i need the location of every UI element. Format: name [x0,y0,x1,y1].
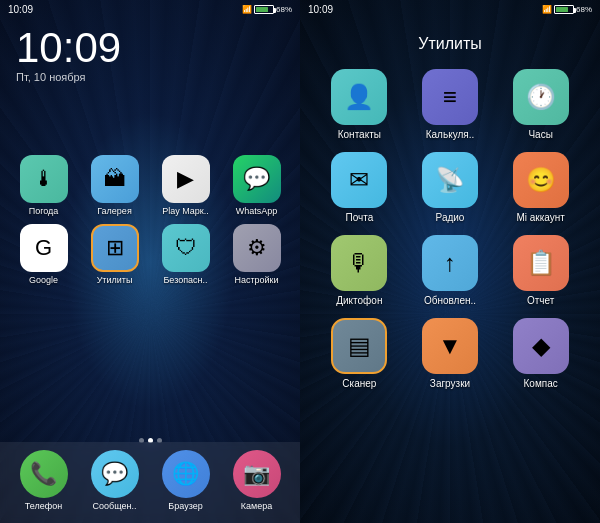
app-icon-settings: ⚙ [233,224,281,272]
folder-label-report: Отчет [527,295,554,306]
bottom-dock: 📞Телефон💬Сообщен..🌐Браузер📷Камера [0,442,300,523]
folder-label-contacts: Контакты [338,129,381,140]
app-item-google[interactable]: GGoogle [12,224,75,285]
right-status-bar: 10:09 📶 68% [300,0,600,19]
app-item-utilities[interactable]: ⊞Утилиты [83,224,146,285]
folder-item-contacts[interactable]: 👤Контакты [320,69,399,140]
app-item-settings[interactable]: ⚙Настройки [225,224,288,285]
folder-icon-report: 📋 [513,235,569,291]
app-label-settings: Настройки [234,275,278,285]
folder-icon-miaccount: 😊 [513,152,569,208]
folder-icon-mail: ✉ [331,152,387,208]
dock-icon-camera: 📷 [233,450,281,498]
folder-label-scanner: Сканер [342,378,376,389]
folder-grid: 👤Контакты≡Калькуля..🕐Часы✉Почта📡Радио😊Mi… [300,61,600,397]
folder-label-downloads: Загрузки [430,378,470,389]
folder-icon-updater: ↑ [422,235,478,291]
folder-item-scanner[interactable]: ▤Сканер [320,318,399,389]
folder-icon-downloads: ▼ [422,318,478,374]
folder-item-clock[interactable]: 🕐Часы [501,69,580,140]
dock-label-phone: Телефон [25,501,62,511]
folder-item-report[interactable]: 📋Отчет [501,235,580,306]
folder-label-recorder: Диктофон [336,295,382,306]
folder-item-radio[interactable]: 📡Радио [411,152,490,223]
app-label-whatsapp: WhatsApp [236,206,278,216]
left-status-icons: 📶 68% [242,5,292,14]
app-icon-playstore: ▶ [162,155,210,203]
folder-icon-radio: 📡 [422,152,478,208]
folder-icon-calculator: ≡ [422,69,478,125]
app-icon-weather: 🌡 [20,155,68,203]
app-icon-utilities: ⊞ [91,224,139,272]
folder-label-radio: Радио [436,212,465,223]
app-icon-security: 🛡 [162,224,210,272]
folder-label-mail: Почта [345,212,373,223]
app-item-gallery[interactable]: 🏔Галерея [83,155,146,216]
folder-label-compass: Компас [524,378,558,389]
clock-section: 10:09 Пт, 10 ноября [0,19,300,87]
app-label-utilities: Утилиты [97,275,133,285]
folder-item-mail[interactable]: ✉Почта [320,152,399,223]
folder-label-clock: Часы [528,129,552,140]
folder-item-updater[interactable]: ↑Обновлен.. [411,235,490,306]
dock-item-camera[interactable]: 📷Камера [225,450,288,511]
folder-label-calculator: Калькуля.. [426,129,475,140]
folder-label-miaccount: Mi аккаунт [516,212,564,223]
app-item-security[interactable]: 🛡Безопасн.. [154,224,217,285]
dock-label-camera: Камера [241,501,272,511]
app-label-security: Безопасн.. [163,275,207,285]
right-status-time: 10:09 [308,4,333,15]
app-label-google: Google [29,275,58,285]
folder-item-downloads[interactable]: ▼Загрузки [411,318,490,389]
left-app-grid: 🌡Погода🏔Галерея▶Play Марк..💬WhatsAppGGoo… [0,147,300,293]
app-label-gallery: Галерея [97,206,132,216]
folder-item-calculator[interactable]: ≡Калькуля.. [411,69,490,140]
dock-item-phone[interactable]: 📞Телефон [12,450,75,511]
dock-label-sms: Сообщен.. [93,501,137,511]
clock-time: 10:09 [16,27,284,69]
folder-label-updater: Обновлен.. [424,295,476,306]
dock-icon-sms: 💬 [91,450,139,498]
app-icon-whatsapp: 💬 [233,155,281,203]
left-status-time: 10:09 [8,4,33,15]
signal-icon: 📶 [242,5,252,14]
dock-icon-phone: 📞 [20,450,68,498]
app-item-whatsapp[interactable]: 💬WhatsApp [225,155,288,216]
app-item-playstore[interactable]: ▶Play Марк.. [154,155,217,216]
folder-icon-scanner: ▤ [331,318,387,374]
right-status-icons: 📶 68% [542,5,592,14]
folder-item-miaccount[interactable]: 😊Mi аккаунт [501,152,580,223]
app-label-playstore: Play Марк.. [162,206,209,216]
left-status-bar: 10:09 📶 68% [0,0,300,19]
folder-title: Утилиты [300,19,600,61]
dock-label-browser: Браузер [168,501,202,511]
folder-icon-contacts: 👤 [331,69,387,125]
right-battery-percent: 68% [576,5,592,14]
left-phone-screen: 10:09 📶 68% 10:09 Пт, 10 ноября 🌡Погода🏔… [0,0,300,523]
folder-item-compass[interactable]: ◆Компас [501,318,580,389]
folder-icon-clock: 🕐 [513,69,569,125]
app-label-weather: Погода [29,206,59,216]
folder-item-recorder[interactable]: 🎙Диктофон [320,235,399,306]
folder-icon-compass: ◆ [513,318,569,374]
dock-item-browser[interactable]: 🌐Браузер [154,450,217,511]
folder-icon-recorder: 🎙 [331,235,387,291]
dock-item-sms[interactable]: 💬Сообщен.. [83,450,146,511]
dock-icon-browser: 🌐 [162,450,210,498]
right-battery-icon [554,5,574,14]
app-item-weather[interactable]: 🌡Погода [12,155,75,216]
clock-date: Пт, 10 ноября [16,71,284,83]
app-icon-google: G [20,224,68,272]
battery-icon [254,5,274,14]
right-signal-icon: 📶 [542,5,552,14]
app-icon-gallery: 🏔 [91,155,139,203]
battery-percent: 68% [276,5,292,14]
right-phone-screen: 10:09 📶 68% Утилиты 👤Контакты≡Калькуля..… [300,0,600,523]
